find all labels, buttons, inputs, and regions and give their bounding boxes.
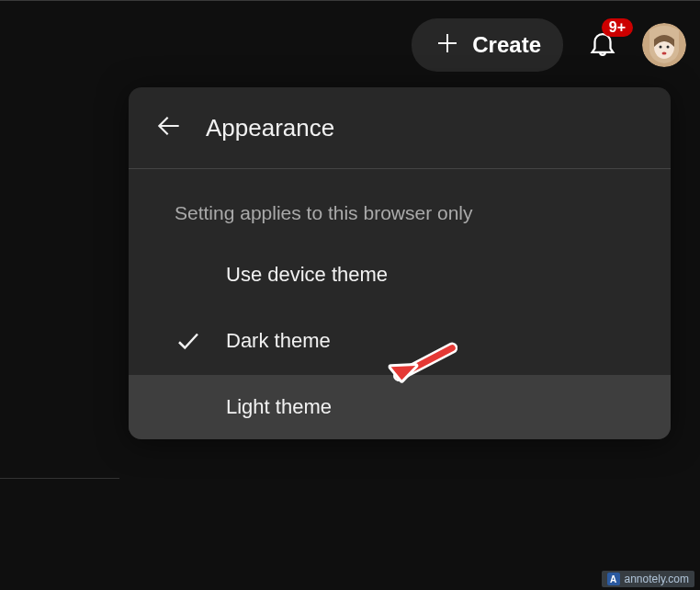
plus-icon <box>434 29 461 61</box>
theme-label: Light theme <box>226 395 332 419</box>
menu-title: Appearance <box>206 114 334 142</box>
watermark-text: annotely.com <box>625 573 689 585</box>
check-icon <box>175 327 226 355</box>
theme-label: Use device theme <box>226 263 388 287</box>
top-border <box>0 0 700 1</box>
avatar-image <box>642 23 686 67</box>
create-button[interactable]: Create <box>412 18 563 72</box>
theme-option-device[interactable]: Use device theme <box>129 243 671 307</box>
menu-header: Appearance <box>129 87 671 169</box>
notification-badge: 9+ <box>602 18 633 37</box>
bell-icon <box>587 46 618 62</box>
divider-left <box>0 478 119 479</box>
header-bar: Create 9+ <box>412 18 686 72</box>
svg-point-6 <box>662 52 667 55</box>
menu-hint: Setting applies to this browser only <box>129 169 671 243</box>
theme-label: Dark theme <box>226 329 331 353</box>
notifications-button[interactable]: 9+ <box>581 22 624 68</box>
appearance-menu: Appearance Setting applies to this brows… <box>129 87 671 439</box>
watermark: A annotely.com <box>602 571 694 587</box>
theme-option-light[interactable]: Light theme <box>129 375 671 439</box>
theme-option-dark[interactable]: Dark theme <box>129 307 671 375</box>
svg-point-4 <box>660 46 662 49</box>
svg-point-5 <box>667 46 670 49</box>
avatar[interactable] <box>642 23 686 67</box>
create-label: Create <box>472 32 541 58</box>
watermark-logo: A <box>607 573 620 585</box>
back-icon[interactable] <box>154 111 184 144</box>
